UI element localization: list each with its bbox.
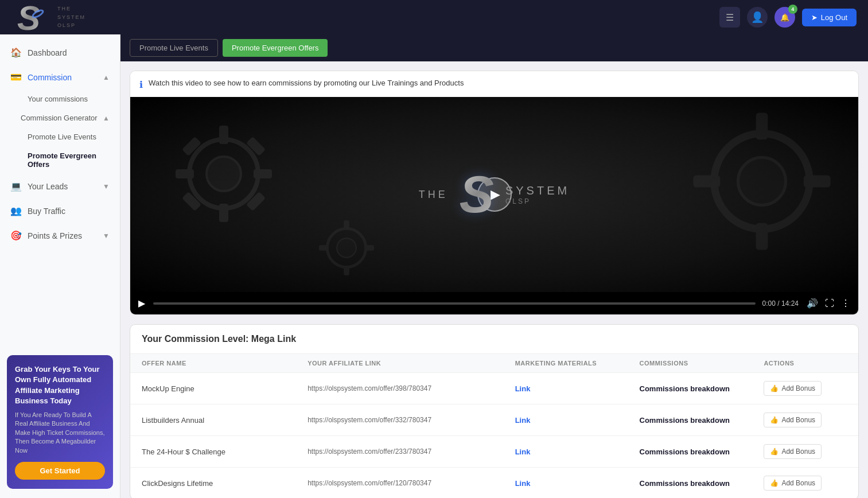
marketing-link[interactable]: Link — [515, 416, 640, 425]
your-commissions-label: Your commissions — [28, 95, 88, 103]
svg-rect-20 — [344, 220, 349, 230]
actions-cell: 👍 Add Bonus — [764, 444, 847, 459]
s-logo: S — [460, 169, 494, 220]
commissions-breakdown[interactable]: Commissions breakdown — [640, 416, 764, 425]
play-pause-button[interactable]: ▶ — [137, 297, 146, 310]
th-offer-name: OFFER NAME — [142, 360, 308, 367]
sidebar: 🏠 Dashboard 💳 Commission ▲ Your commissi… — [0, 34, 120, 498]
add-bonus-button[interactable]: 👍 Add Bonus — [764, 444, 822, 459]
video-logo: THE S SYSTEM OLSP — [419, 169, 570, 220]
thumb-icon: 👍 — [770, 416, 779, 424]
logout-button[interactable]: ➤ Log Out — [802, 9, 857, 26]
system-text: SYSTEM — [505, 184, 570, 197]
leads-icon: 💻 — [10, 181, 22, 192]
add-bonus-button[interactable]: 👍 Add Bonus — [764, 476, 822, 491]
content-area: Promote Live Events Promote Evergreen Of… — [120, 34, 868, 498]
offer-name: MockUp Engine — [142, 384, 308, 393]
the-text: THE — [419, 189, 448, 201]
video-controls: ▶ 0:00 / 14:24 🔊 ⛶ ⋮ — [130, 292, 858, 314]
thumb-icon: 👍 — [770, 479, 779, 487]
chevron-up-icon: ▲ — [103, 73, 110, 81]
sidebar-item-commission[interactable]: 💳 Commission ▲ — [0, 65, 120, 90]
commission-rows: MockUp Engine https://olspsystem.com/off… — [130, 373, 858, 498]
commissions-breakdown[interactable]: Commissions breakdown — [640, 448, 764, 456]
header-right: ☰ 👤 🔔 4 ➤ Log Out — [719, 7, 857, 28]
logo: S — [11, 0, 57, 40]
commission-icon: 💳 — [10, 72, 22, 83]
add-bonus-button[interactable]: 👍 Add Bonus — [764, 381, 822, 396]
sidebar-item-dashboard[interactable]: 🏠 Dashboard — [0, 40, 120, 65]
video-player[interactable]: THE S SYSTEM OLSP ▶ — [130, 97, 858, 292]
dashboard-label: Dashboard — [28, 48, 67, 57]
affiliate-link: https://olspsystem.com/offer/120/780347 — [308, 479, 515, 487]
notification-wrapper: 🔔 4 — [774, 7, 795, 28]
thumb-icon: 👍 — [770, 448, 779, 456]
thumb-icon: 👍 — [770, 384, 779, 392]
chevron-down-icon: ▲ — [103, 114, 110, 122]
promo-get-started-button[interactable]: Get Started — [15, 462, 105, 480]
logout-icon: ➤ — [811, 13, 818, 22]
affiliate-link: https://olspsystem.com/offer/233/780347 — [308, 448, 515, 456]
svg-rect-21 — [344, 266, 349, 275]
your-leads-label: Your Leads — [28, 182, 68, 191]
tab-promote-live-events[interactable]: Promote Live Events — [130, 39, 218, 57]
commission-submenu: Your commissions Commission Generator ▲ … — [0, 90, 120, 174]
logo-brand-text: THE SYSTEM OLSP — [57, 5, 85, 29]
menu-button[interactable]: ☰ — [719, 7, 740, 28]
svg-point-3 — [207, 157, 241, 191]
svg-rect-22 — [319, 245, 329, 251]
more-options-button[interactable]: ⋮ — [840, 297, 851, 310]
table-row: Listbuilders Annual https://olspsystem.c… — [130, 404, 858, 436]
notification-badge: 4 — [788, 5, 797, 14]
promo-desc: If You Are Ready To Build A Real Affilia… — [15, 411, 105, 455]
tab-promote-evergreen-offers[interactable]: Promote Evergreen Offers — [223, 39, 328, 57]
sidebar-item-your-leads[interactable]: 💻 Your Leads ▼ — [0, 174, 120, 199]
svg-rect-4 — [219, 126, 228, 144]
svg-text:S: S — [17, 0, 40, 37]
commissions-breakdown[interactable]: Commissions breakdown — [640, 384, 764, 393]
progress-bar[interactable] — [153, 302, 756, 305]
commission-label: Commission — [28, 73, 72, 82]
sidebar-item-promote-live[interactable]: Promote Live Events — [0, 127, 120, 146]
affiliate-link: https://olspsystem.com/offer/332/780347 — [308, 416, 515, 424]
volume-button[interactable]: 🔊 — [805, 297, 819, 310]
traffic-icon: 👥 — [10, 205, 22, 216]
commission-generator-label: Commission Generator — [21, 114, 98, 122]
svg-rect-15 — [756, 223, 768, 250]
promo-card: Grab Your Keys To Your Own Fully Automat… — [7, 355, 113, 489]
th-marketing-materials: MARKETING MATERIALS — [515, 360, 640, 367]
olsp-text: OLSP — [505, 197, 531, 205]
add-bonus-button[interactable]: 👍 Add Bonus — [764, 413, 822, 427]
fullscreen-button[interactable]: ⛶ — [824, 297, 835, 310]
commission-table-title: Your Commission Level: Mega Link — [130, 325, 858, 354]
offer-name: Listbuilders Annual — [142, 416, 308, 425]
svg-rect-23 — [364, 245, 374, 251]
marketing-link[interactable]: Link — [515, 448, 640, 456]
avatar-button[interactable]: 👤 — [747, 7, 768, 28]
th-commissions: COMMISSIONS — [640, 360, 764, 367]
actions-cell: 👍 Add Bonus — [764, 381, 847, 396]
th-actions: ACTIONS — [764, 360, 847, 367]
notice-text: Watch this video to see how to earn comm… — [149, 78, 464, 88]
logout-label: Log Out — [821, 13, 847, 22]
sidebar-item-buy-traffic[interactable]: 👥 Buy Traffic — [0, 199, 120, 223]
video-background: THE S SYSTEM OLSP ▶ — [130, 97, 858, 292]
marketing-link[interactable]: Link — [515, 384, 640, 393]
promote-live-label: Promote Live Events — [28, 133, 96, 141]
sidebar-item-commission-generator[interactable]: Commission Generator ▲ — [0, 108, 120, 127]
header: S THE SYSTEM OLSP ☰ 👤 🔔 4 ➤ Log Out — [0, 0, 868, 34]
sidebar-item-points-prizes[interactable]: 🎯 Points & Prizes ▼ — [0, 223, 120, 248]
actions-cell: 👍 Add Bonus — [764, 413, 847, 427]
chevron-down-icon2: ▼ — [103, 182, 110, 190]
marketing-link[interactable]: Link — [515, 479, 640, 488]
sidebar-item-your-commissions[interactable]: Your commissions — [0, 90, 120, 108]
svg-rect-17 — [804, 176, 831, 188]
table-row: ClickDesigns Lifetime https://olspsystem… — [130, 468, 858, 498]
commissions-breakdown[interactable]: Commissions breakdown — [640, 479, 764, 488]
svg-rect-7 — [254, 169, 272, 178]
promo-title: Grab Your Keys To Your Own Fully Automat… — [15, 364, 105, 406]
promote-evergreen-label: Promote Evergreen Offers — [28, 151, 110, 169]
points-prizes-label: Points & Prizes — [28, 231, 82, 240]
home-icon: 🏠 — [10, 47, 22, 58]
sidebar-item-promote-evergreen[interactable]: Promote Evergreen Offers — [0, 146, 120, 174]
